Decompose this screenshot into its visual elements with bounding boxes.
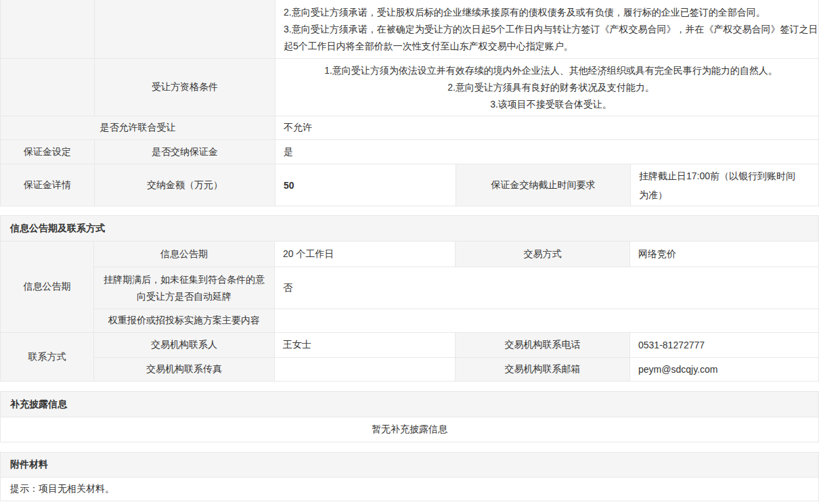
auto-extend-value: 否 (274, 267, 818, 308)
joint-transfer-value: 不允许 (275, 116, 818, 139)
commitment-line: 2.意向受让方须承诺，受让股权后标的企业继续承接原有的债权债务及或有负债，履行标… (284, 4, 818, 21)
supplement-section-title: 补充披露信息 (1, 392, 818, 417)
auto-extend-label: 挂牌期满后，如未征集到符合条件的意向受让方是否自动延牌 (94, 267, 274, 308)
supplement-section: 补充披露信息 暂无补充披露信息 (0, 391, 819, 442)
deposit-setting-group-label: 保证金设定 (1, 140, 94, 164)
contact-person-row: 交易机构联系人 王女士 交易机构联系电话 0531-81272777 (94, 333, 818, 357)
transfer-conditions-table: 2.意向受让方须承诺，受让股权后标的企业继续承接原有的债权债务及或有负债，履行标… (0, 0, 819, 206)
contact-fax-row: 交易机构联系传真 交易机构联系邮箱 peym@sdcqjy.com (94, 357, 818, 381)
notice-period-label: 信息公告期 (94, 242, 274, 267)
notice-contact-section-title: 信息公告期及联系方式 (1, 216, 818, 242)
joint-transfer-row: 是否允许联合受让 不允许 (1, 116, 818, 139)
bid-plan-label: 权重报价或招投标实施方案主要内容 (94, 309, 274, 332)
qualification-content: 1.意向受让方须为依法设立并有效存续的境内外企业法人、其他经济组织或具有完全民事… (275, 59, 818, 116)
empty-label-cell (94, 0, 275, 58)
notice-period-group-label: 信息公告期 (1, 242, 94, 332)
commitment-content: 2.意向受让方须承诺，受让股权后标的企业继续承接原有的债权债务及或有负债，履行标… (275, 0, 818, 58)
deposit-detail-group-label: 保证金详情 (1, 164, 94, 206)
notice-period-value: 20 个工作日 (274, 242, 455, 267)
deposit-amount-value: 50 (275, 164, 456, 206)
commitment-line: 3.意向受让方须承诺，在被确定为受让方的次日起5个工作日内与转让方签订《产权交易… (284, 21, 818, 55)
deposit-required-value: 是 (275, 140, 818, 164)
attachment-hint: 提示：项目无相关材料。 (1, 478, 818, 501)
attachment-section: 附件材料 提示：项目无相关材料。 (0, 452, 819, 501)
supplement-empty-text: 暂无补充披露信息 (1, 417, 818, 442)
listing-detail-page: 2.意向受让方须承诺，受让股权后标的企业继续承接原有的债权债务及或有负债，履行标… (0, 0, 819, 504)
contact-group-label: 联系方式 (1, 333, 94, 381)
qualification-line: 3.该项目不接受联合体受让。 (490, 96, 612, 113)
contact-fax-label: 交易机构联系传真 (94, 358, 274, 381)
notice-period-row: 信息公告期 20 个工作日 交易方式 网络竞价 (94, 242, 818, 267)
contact-phone-label: 交易机构联系电话 (455, 333, 629, 357)
deposit-detail-row: 保证金详情 交纳金额（万元） 50 保证金交纳截止时间要求 挂牌截止日17:00… (1, 164, 818, 206)
deposit-setting-row: 保证金设定 是否交纳保证金 是 (1, 139, 818, 164)
empty-group-cell (1, 59, 94, 116)
contact-person-label: 交易机构联系人 (94, 333, 274, 357)
contact-email-label: 交易机构联系邮箱 (455, 358, 629, 381)
joint-transfer-label: 是否允许联合受让 (1, 116, 275, 139)
contact-fax-value (274, 358, 455, 381)
deposit-amount-label: 交纳金额（万元） (94, 164, 275, 206)
contact-email-value: peym@sdcqjy.com (629, 358, 818, 381)
contact-phone-value: 0531-81272777 (629, 333, 818, 357)
qualification-line: 2.意向受让方须具有良好的财务状况及支付能力。 (447, 79, 655, 96)
commitment-continuation-row: 2.意向受让方须承诺，受让股权后标的企业继续承接原有的债权债务及或有负债，履行标… (1, 0, 818, 58)
bid-plan-value (274, 309, 818, 332)
contact-person-value: 王女士 (274, 333, 455, 357)
attachment-section-title: 附件材料 (1, 453, 818, 478)
qualification-row: 受让方资格条件 1.意向受让方须为依法设立并有效存续的境内外企业法人、其他经济组… (1, 58, 818, 116)
qualification-label: 受让方资格条件 (94, 59, 275, 116)
deposit-deadline-value: 挂牌截止日17:00前（以银行到账时间为准） (630, 164, 818, 206)
deposit-required-label: 是否交纳保证金 (94, 140, 275, 164)
empty-group-cell (1, 0, 94, 58)
bid-plan-row: 权重报价或招投标实施方案主要内容 (94, 308, 818, 332)
auto-extend-row: 挂牌期满后，如未征集到符合条件的意向受让方是否自动延牌 否 (94, 267, 818, 308)
deposit-deadline-label: 保证金交纳截止时间要求 (456, 164, 630, 206)
notice-period-group: 信息公告期 信息公告期 20 个工作日 交易方式 网络竞价 挂牌期满后，如未征集… (1, 242, 818, 332)
contact-group: 联系方式 交易机构联系人 王女士 交易机构联系电话 0531-81272777 … (1, 332, 818, 381)
notice-contact-section: 信息公告期及联系方式 信息公告期 信息公告期 20 个工作日 交易方式 网络竞价… (0, 215, 819, 382)
trade-method-value: 网络竞价 (629, 242, 818, 267)
qualification-line: 1.意向受让方须为依法设立并有效存续的境内外企业法人、其他经济组织或具有完全民事… (324, 62, 778, 79)
trade-method-label: 交易方式 (455, 242, 629, 267)
